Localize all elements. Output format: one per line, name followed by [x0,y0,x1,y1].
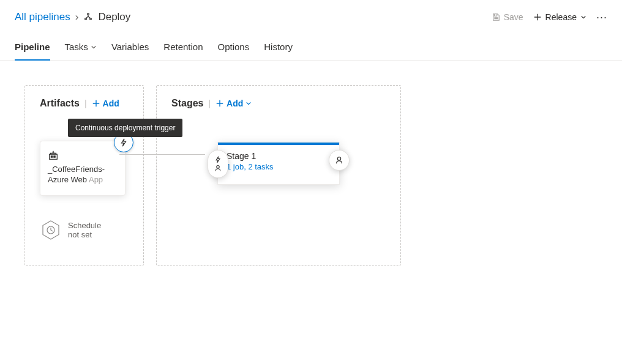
tab-retention[interactable]: Retention [163,37,203,61]
tab-history[interactable]: History [264,37,293,61]
breadcrumb-root-link[interactable]: All pipelines [15,11,70,23]
schedule-button[interactable]: Schedule not set [40,219,129,241]
stage-tasks-link[interactable]: 1 job, 2 tasks [227,162,331,171]
pipeline-icon [83,12,93,22]
lightning-icon [119,138,128,147]
artifact-card[interactable]: _CoffeeFriends- Azure Web App [40,141,126,196]
add-artifact-button[interactable]: Add [92,98,119,108]
stages-title: Stages [171,98,203,109]
plus-icon [92,99,100,108]
plus-icon [533,13,542,21]
lightning-icon [214,156,222,163]
svg-rect-4 [51,156,52,157]
schedule-label: Schedule not set [68,221,101,239]
svg-point-8 [217,166,220,169]
clock-icon [40,219,62,241]
stage-name: Stage 1 [227,151,331,161]
build-icon [48,150,118,161]
save-icon [492,13,500,21]
tab-pipeline[interactable]: Pipeline [15,37,50,61]
artifact-name: _CoffeeFriends- Azure Web App [48,165,118,185]
tab-variables[interactable]: Variables [111,37,149,61]
add-stage-button[interactable]: Add [215,98,252,108]
artifacts-title: Artifacts [40,98,80,109]
svg-point-0 [88,13,89,15]
artifacts-panel: Artifacts | Add Continuous deployment tr… [24,85,144,266]
pre-deployment-conditions-button[interactable] [208,150,228,178]
svg-rect-3 [50,154,58,159]
release-button[interactable]: Release [533,12,586,22]
plus-icon [215,99,224,108]
breadcrumb-current: Deploy [83,11,130,23]
chevron-down-icon [580,14,586,20]
breadcrumb: All pipelines › Deploy [15,11,130,23]
trigger-tooltip: Continuous deployment trigger [68,119,182,137]
tabs: Pipeline Tasks Variables Retention Optio… [0,37,622,61]
svg-rect-5 [54,156,55,157]
chevron-right-icon: › [75,11,79,23]
svg-point-2 [90,18,92,20]
post-deployment-conditions-button[interactable] [329,150,350,171]
person-icon [214,165,222,172]
more-button[interactable]: ··· [596,11,607,24]
tab-options[interactable]: Options [218,37,250,61]
chevron-down-icon [245,100,252,106]
connector-line [119,154,205,155]
svg-point-9 [337,157,340,160]
stages-panel: Stages | Add [156,85,401,266]
save-button: Save [492,12,523,22]
svg-point-1 [85,18,87,20]
tab-tasks[interactable]: Tasks [65,37,97,61]
chevron-down-icon [91,44,97,50]
person-icon [335,156,343,165]
stage-card[interactable]: Stage 1 1 job, 2 tasks [217,142,340,185]
